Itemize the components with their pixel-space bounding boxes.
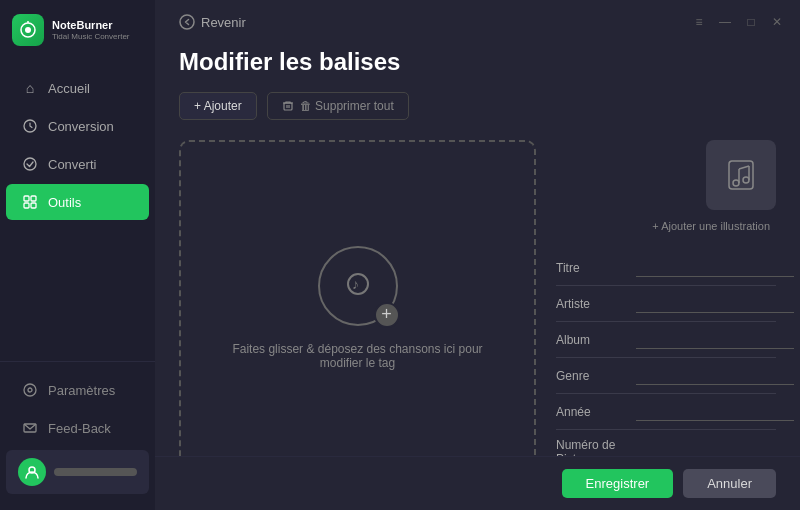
- home-icon: ⌂: [22, 80, 38, 96]
- menu-button[interactable]: ≡: [692, 15, 706, 29]
- tag-label-piste: Numéro de Piste: [556, 438, 636, 456]
- tag-input-piste[interactable]: [636, 443, 794, 457]
- tag-field-genre: Genre: [556, 358, 776, 394]
- sidebar-item-outils[interactable]: Outils: [6, 184, 149, 220]
- svg-rect-6: [31, 196, 36, 201]
- sidebar-label-outils: Outils: [48, 195, 81, 210]
- tag-label-genre: Genre: [556, 369, 636, 383]
- delete-all-label: 🗑 Supprimer tout: [300, 99, 394, 113]
- sidebar-label-feedback: Feed-Back: [48, 421, 111, 436]
- svg-point-13: [180, 15, 194, 29]
- content-area: Modifier les balises + Ajouter 🗑 Supprim…: [155, 44, 800, 456]
- sidebar-item-feedback[interactable]: Feed-Back: [6, 410, 149, 446]
- tag-fields: Titre Artiste Album Genre: [556, 250, 776, 456]
- back-icon: [179, 14, 195, 30]
- tag-input-artiste[interactable]: [636, 294, 794, 313]
- svg-point-9: [24, 384, 36, 396]
- sidebar-bottom: Paramètres Feed-Back: [0, 361, 155, 510]
- maximize-button[interactable]: □: [744, 15, 758, 29]
- tag-input-annee[interactable]: [636, 402, 794, 421]
- cancel-button[interactable]: Annuler: [683, 469, 776, 498]
- titlebar-left: Revenir: [171, 10, 254, 34]
- drop-icon: ♪ +: [318, 246, 398, 326]
- conversion-icon: [22, 118, 38, 134]
- settings-icon: [22, 382, 38, 398]
- svg-text:♪: ♪: [352, 276, 359, 292]
- app-subtitle: Tidal Music Converter: [52, 32, 130, 42]
- trash-icon: [282, 100, 294, 112]
- sidebar-label-conversion: Conversion: [48, 119, 114, 134]
- sidebar-label-accueil: Accueil: [48, 81, 90, 96]
- svg-point-10: [28, 388, 32, 392]
- window-controls: ≡ — □ ✕: [692, 15, 784, 29]
- sidebar-item-converti[interactable]: Converti: [6, 146, 149, 182]
- user-area[interactable]: [6, 450, 149, 494]
- tag-label-artiste: Artiste: [556, 297, 636, 311]
- tag-field-album: Album: [556, 322, 776, 358]
- sidebar-label-parametres: Paramètres: [48, 383, 115, 398]
- svg-rect-5: [24, 196, 29, 201]
- avatar: [18, 458, 46, 486]
- sidebar-item-conversion[interactable]: Conversion: [6, 108, 149, 144]
- minimize-button[interactable]: —: [718, 15, 732, 29]
- svg-point-21: [743, 177, 749, 183]
- logo-text: NoteBurner Tidal Music Converter: [52, 19, 130, 42]
- close-button[interactable]: ✕: [770, 15, 784, 29]
- footer: Enregistrer Annuler: [155, 456, 800, 510]
- app-title: NoteBurner: [52, 19, 130, 32]
- back-label: Revenir: [201, 15, 246, 30]
- add-button[interactable]: + Ajouter: [179, 92, 257, 120]
- svg-point-1: [25, 27, 31, 33]
- page-title: Modifier les balises: [179, 44, 776, 76]
- svg-rect-14: [284, 103, 292, 110]
- artwork-box: [706, 140, 776, 210]
- tag-label-titre: Titre: [556, 261, 636, 275]
- music-note-icon: [723, 157, 759, 193]
- svg-rect-7: [24, 203, 29, 208]
- delete-all-button[interactable]: 🗑 Supprimer tout: [267, 92, 409, 120]
- save-button[interactable]: Enregistrer: [562, 469, 674, 498]
- sidebar-item-accueil[interactable]: ⌂ Accueil: [6, 70, 149, 106]
- svg-line-24: [739, 166, 749, 169]
- mail-icon: [22, 420, 38, 436]
- svg-rect-8: [31, 203, 36, 208]
- user-name: [54, 468, 137, 476]
- artwork-area: + Ajouter une illustration: [556, 140, 776, 234]
- tag-label-album: Album: [556, 333, 636, 347]
- sidebar-nav: ⌂ Accueil Conversion Converti: [0, 60, 155, 361]
- right-panel: + Ajouter une illustration Titre Artiste…: [556, 140, 776, 456]
- svg-point-20: [733, 180, 739, 186]
- sidebar: NoteBurner Tidal Music Converter ⌂ Accue…: [0, 0, 155, 510]
- drop-text: Faites glisser & déposez des chansons ic…: [218, 342, 498, 370]
- tag-field-piste: Numéro de Piste: [556, 430, 776, 456]
- svg-point-4: [24, 158, 36, 170]
- tag-input-album[interactable]: [636, 330, 794, 349]
- tag-field-annee: Année: [556, 394, 776, 430]
- sidebar-item-parametres[interactable]: Paramètres: [6, 372, 149, 408]
- action-bar: + Ajouter 🗑 Supprimer tout: [179, 92, 776, 120]
- drop-zone[interactable]: ♪ + Faites glisser & déposez des chanson…: [179, 140, 536, 456]
- logo-icon: [12, 14, 44, 46]
- tag-label-annee: Année: [556, 405, 636, 419]
- tag-input-titre[interactable]: [636, 258, 794, 277]
- tag-input-genre[interactable]: [636, 366, 794, 385]
- tag-field-titre: Titre: [556, 250, 776, 286]
- titlebar: Revenir ≡ — □ ✕: [155, 0, 800, 44]
- outils-icon: [22, 194, 38, 210]
- add-artwork-button[interactable]: + Ajouter une illustration: [646, 218, 776, 234]
- back-button[interactable]: Revenir: [171, 10, 254, 34]
- app-logo: NoteBurner Tidal Music Converter: [0, 0, 155, 60]
- editor-area: ♪ + Faites glisser & déposez des chanson…: [179, 140, 776, 456]
- converti-icon: [22, 156, 38, 172]
- sidebar-label-converti: Converti: [48, 157, 96, 172]
- main-content: Revenir ≡ — □ ✕ Modifier les balises + A…: [155, 0, 800, 510]
- drop-plus-icon: +: [374, 302, 400, 328]
- tag-field-artiste: Artiste: [556, 286, 776, 322]
